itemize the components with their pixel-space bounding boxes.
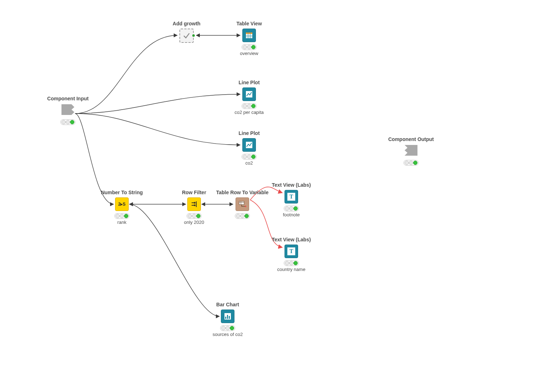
- node-title: Text View (Labs): [272, 182, 311, 188]
- line-chart-icon: [242, 138, 256, 152]
- workflow-canvas[interactable]: Component Input Add growth Table View ov…: [0, 0, 549, 392]
- bar-chart-icon: [221, 310, 234, 323]
- node-title: Number To String: [101, 190, 143, 195]
- node-component-output[interactable]: Component Output: [381, 136, 441, 166]
- node-title: Add growth: [173, 21, 201, 26]
- node-sublabel: co2 per capita: [234, 110, 264, 115]
- node-sublabel: rank: [117, 220, 126, 225]
- svg-marker-9: [194, 202, 196, 204]
- status-lights: [242, 103, 257, 109]
- node-sublabel: only 2020: [184, 220, 204, 225]
- node-title: Line Plot: [238, 80, 259, 85]
- node-title: Line Plot: [238, 130, 259, 136]
- node-text-view-country[interactable]: Text View (Labs) T country name: [261, 237, 322, 272]
- convert-icon: 2▸S: [115, 197, 129, 211]
- node-component-input[interactable]: Component Input: [38, 96, 98, 125]
- svg-rect-18: [225, 317, 226, 319]
- node-sublabel: country name: [277, 267, 306, 272]
- status-lights: [114, 213, 129, 219]
- metanode-icon: [179, 29, 194, 43]
- node-bar-chart[interactable]: Bar Chart sources of co2: [197, 302, 258, 337]
- node-title: Bar Chart: [216, 302, 239, 307]
- filter-icon: [187, 197, 201, 211]
- svg-point-16: [245, 206, 246, 207]
- node-number-to-string[interactable]: Number To String 2▸S rank: [92, 190, 152, 225]
- status-lights: [404, 160, 419, 166]
- status-lights: [60, 119, 75, 125]
- node-title: Table View: [236, 21, 262, 26]
- status-lights: [284, 206, 299, 211]
- table-icon: [242, 29, 256, 42]
- component-output-icon: [404, 144, 418, 158]
- node-sublabel: overview: [240, 51, 258, 56]
- svg-rect-13: [239, 201, 244, 205]
- node-title: Component Output: [388, 136, 434, 142]
- node-title: Component Input: [47, 96, 89, 101]
- table-to-variable-icon: [236, 197, 249, 211]
- node-title: Row Filter: [182, 190, 206, 195]
- node-sublabel: sources of co2: [213, 332, 243, 337]
- status-lights: [284, 260, 299, 266]
- text-icon: T: [285, 190, 298, 203]
- status-lights: [187, 213, 202, 219]
- svg-rect-20: [229, 316, 230, 319]
- node-text-view-footnote[interactable]: Text View (Labs) T footnote: [261, 182, 322, 217]
- status-lights: [235, 213, 250, 219]
- component-input-icon: [61, 104, 75, 117]
- svg-rect-19: [227, 315, 228, 319]
- node-sublabel: footnote: [283, 212, 300, 217]
- node-line-plot-2[interactable]: Line Plot co2: [219, 130, 280, 166]
- svg-marker-11: [194, 204, 196, 206]
- node-title: Text View (Labs): [272, 237, 311, 242]
- svg-rect-1: [246, 32, 252, 34]
- node-line-plot-1[interactable]: Line Plot co2 per capita: [219, 80, 280, 115]
- node-table-view[interactable]: Table View overview: [219, 21, 280, 56]
- text-icon: T: [285, 245, 298, 258]
- node-sublabel: co2: [246, 160, 253, 166]
- node-add-growth[interactable]: Add growth: [156, 21, 217, 43]
- status-lights: [220, 325, 235, 331]
- status-lights: [242, 154, 257, 160]
- line-chart-icon: [242, 87, 256, 101]
- status-lights: [242, 44, 257, 50]
